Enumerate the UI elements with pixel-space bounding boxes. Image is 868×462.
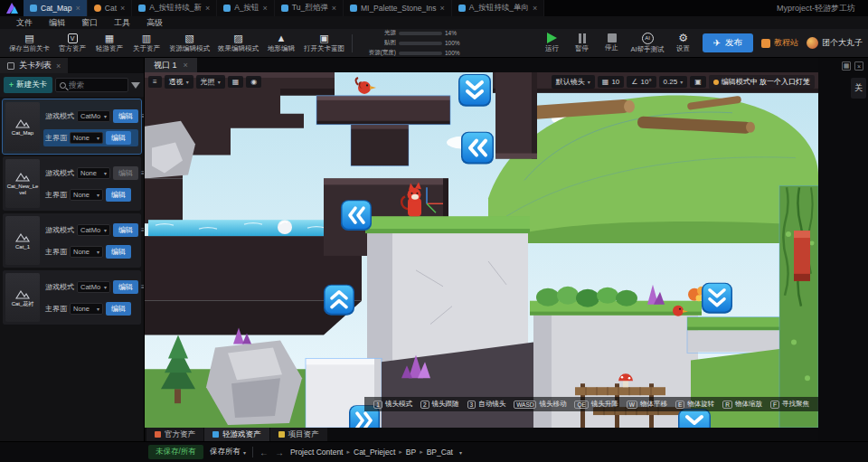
camera-speed-button[interactable] <box>690 76 706 88</box>
item-menu-icon[interactable] <box>141 226 144 234</box>
snap-rotate-button[interactable]: 10° <box>627 76 656 88</box>
toolbar-button[interactable]: 资源编辑模式 <box>165 32 213 54</box>
window-tab[interactable]: Cat <box>88 0 133 16</box>
ai-test-button[interactable]: AI AI帮手测试 <box>631 33 665 54</box>
user-account[interactable]: 团个大丸子 <box>807 37 863 49</box>
window-tab[interactable]: Tu_烈焰弹 <box>275 0 344 16</box>
hanging-cube[interactable] <box>351 125 409 166</box>
window-tab[interactable]: A_按钮持续_新 <box>132 0 217 16</box>
main-ui-dropdown[interactable]: None <box>70 189 103 201</box>
arrow-button-left-2[interactable] <box>341 200 372 231</box>
arrow-button-down-3[interactable] <box>678 409 711 428</box>
breadcrumb-item[interactable]: Cat_Prieject <box>354 448 402 457</box>
forward-arrow-icon[interactable]: → <box>275 448 284 457</box>
window-tab[interactable]: MI_Palette_Stone_Ins <box>344 0 452 16</box>
tab-level-list[interactable]: 关卡列表 <box>0 58 68 73</box>
viewport-canvas[interactable]: 透视 光照 默认镜头 <box>145 72 818 428</box>
arrow-button-left[interactable] <box>461 132 494 165</box>
perspective-dropdown[interactable]: 透视 <box>165 75 193 89</box>
run-button[interactable]: 运行 <box>542 33 563 53</box>
toolbar-button[interactable]: V 官方资产 <box>54 33 90 54</box>
back-arrow-icon[interactable]: ← <box>259 448 269 457</box>
close-icon[interactable] <box>56 61 61 71</box>
snap-move-button[interactable]: 10 <box>598 76 624 88</box>
unsaved-filter-chip[interactable]: 未保存/所有 <box>148 445 203 459</box>
close-icon[interactable] <box>533 4 537 13</box>
item-menu-icon[interactable] <box>141 169 144 177</box>
window-tab[interactable]: A_按钮持续_单向 <box>452 0 544 16</box>
main-ui-dropdown[interactable]: None <box>70 246 103 258</box>
edit-main-ui-button[interactable]: 编辑 <box>106 245 131 259</box>
item-menu-icon[interactable] <box>141 283 144 291</box>
pause-button[interactable]: 暂停 <box>571 33 593 53</box>
close-icon[interactable]: × <box>854 61 863 71</box>
close-icon[interactable] <box>263 4 268 13</box>
camera-dropdown[interactable]: 默认镜头 <box>552 75 595 89</box>
arrow-button-down[interactable] <box>458 74 491 107</box>
edit-main-ui-button[interactable]: 编辑 <box>106 302 131 316</box>
edit-game-mode-button[interactable]: 编辑 <box>113 166 138 180</box>
tab-viewport-1[interactable]: 视口 1 <box>145 58 197 72</box>
breadcrumb-item[interactable]: BP <box>406 448 423 457</box>
visibility-button[interactable] <box>246 76 261 88</box>
edit-main-ui-button[interactable]: 编辑 <box>106 188 131 202</box>
edit-main-ui-button[interactable]: 编辑 <box>106 131 131 145</box>
main-ui-dropdown[interactable]: None <box>70 303 103 315</box>
new-level-button[interactable]: 新建关卡 <box>4 77 52 93</box>
edit-game-mode-button[interactable]: 编辑 <box>113 280 138 294</box>
snap-scale-button[interactable]: 0.25 <box>659 76 688 88</box>
main-ui-dropdown[interactable]: None <box>70 132 103 144</box>
list-item[interactable]: Cat_花衬 游戏模式 CatMo 编辑 <box>3 270 141 325</box>
game-mode-dropdown[interactable]: CatMo <box>77 281 110 293</box>
close-icon[interactable] <box>205 4 210 13</box>
floating-slab[interactable] <box>316 96 450 125</box>
arrow-button-down-2[interactable] <box>702 283 732 314</box>
close-icon[interactable] <box>440 4 445 13</box>
game-mode-dropdown[interactable]: CatMo <box>77 224 110 236</box>
close-icon[interactable] <box>120 4 125 13</box>
red-box[interactable] <box>794 231 810 281</box>
collapsed-panel-tab[interactable]: 关 <box>851 78 866 99</box>
menu-item[interactable]: 编辑 <box>42 17 72 29</box>
white-ball[interactable] <box>278 220 292 234</box>
window-tab[interactable]: Cat_Map <box>24 0 88 16</box>
publish-button[interactable]: 发布 <box>703 33 753 52</box>
show-flags-button[interactable] <box>228 76 244 88</box>
list-item[interactable]: Cat_New_Level 游戏模式 None 编辑 <box>3 156 141 211</box>
asset-tab[interactable]: 官方资产 <box>146 428 203 441</box>
close-icon[interactable] <box>76 4 80 13</box>
arrow-button-up[interactable] <box>324 285 354 316</box>
dock-icon[interactable]: ▦ <box>842 61 851 71</box>
tutorial-link[interactable]: 教程站 <box>761 37 798 49</box>
viewport-menu-button[interactable] <box>148 76 162 88</box>
edit-game-mode-button[interactable]: 编辑 <box>113 223 138 237</box>
menu-item[interactable]: 窗口 <box>74 17 105 29</box>
asset-tab[interactable]: 轻游戏资产 <box>204 428 269 441</box>
toolbar-button[interactable]: 打开关卡蓝图 <box>300 32 348 54</box>
menu-item[interactable]: 工具 <box>107 17 137 29</box>
menu-item[interactable]: 文件 <box>9 17 40 29</box>
item-menu-icon[interactable] <box>141 112 144 120</box>
scene-3d[interactable] <box>145 72 818 428</box>
close-icon[interactable] <box>184 61 188 70</box>
list-item[interactable]: Cat_1 游戏模式 CatMo 编辑 <box>3 213 141 268</box>
breadcrumb-item[interactable]: BP_Cat <box>427 448 453 457</box>
save-all-button[interactable]: 保存所有 <box>210 447 246 457</box>
stop-button[interactable]: 停止 <box>601 33 623 52</box>
chevron-down-icon[interactable] <box>459 449 462 456</box>
toolbar-button[interactable]: 关于资产 <box>128 32 165 54</box>
menu-item[interactable]: 高级 <box>139 17 170 29</box>
game-mode-dropdown[interactable]: None <box>77 167 110 179</box>
edit-game-mode-button[interactable]: 编辑 <box>113 109 138 123</box>
toolbar-button[interactable]: 效果编辑模式 <box>214 32 262 54</box>
lit-mode-dropdown[interactable]: 光照 <box>196 75 225 89</box>
list-item[interactable]: Cat_Map 游戏模式 CatMo 编辑 <box>3 99 141 154</box>
filter-icon[interactable] <box>131 82 140 89</box>
toolbar-button[interactable]: 保存当前关卡 <box>5 32 53 54</box>
toolbar-button[interactable]: 地形编辑 <box>263 32 299 54</box>
close-icon[interactable] <box>332 4 336 13</box>
toolbar-button[interactable]: 轻游资产 <box>91 32 127 54</box>
search-input[interactable] <box>69 80 124 90</box>
window-tab[interactable]: A_按钮 <box>217 0 275 16</box>
breadcrumb-item[interactable]: Project Content <box>290 448 350 457</box>
